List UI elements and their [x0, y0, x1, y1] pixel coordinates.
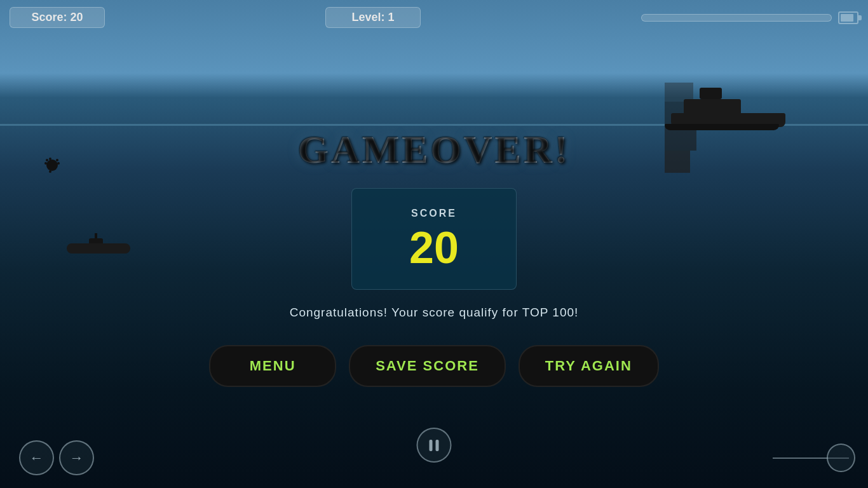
- back-icon: ←: [30, 450, 44, 466]
- pause-button[interactable]: [417, 428, 452, 463]
- forward-icon: →: [70, 450, 84, 466]
- save-score-button[interactable]: SAVE SCORE: [349, 345, 506, 387]
- pause-bar-right: [436, 440, 439, 451]
- navigation-buttons: ← →: [19, 440, 94, 475]
- game-over-title: GAMEOVER!: [298, 127, 571, 172]
- pause-bar-left: [430, 440, 433, 451]
- pause-icon: [430, 440, 439, 451]
- congratulations-text: Congratulations! Your score qualify for …: [290, 306, 579, 320]
- back-button[interactable]: ←: [19, 440, 54, 475]
- action-buttons: MENU SAVE SCORE TRY AGAIN: [209, 345, 659, 387]
- bottom-controls: ← →: [0, 440, 868, 475]
- zoom-knob[interactable]: [827, 444, 855, 472]
- menu-button[interactable]: MENU: [209, 345, 336, 387]
- zoom-line: [773, 458, 849, 459]
- game-over-overlay: GAMEOVER! SCORE 20 Congratulations! Your…: [0, 0, 868, 488]
- score-panel: SCORE 20: [351, 188, 517, 290]
- forward-button[interactable]: →: [59, 440, 94, 475]
- score-number: 20: [377, 226, 491, 270]
- score-section-label: SCORE: [377, 208, 491, 219]
- try-again-button[interactable]: TRY AGAIN: [519, 345, 659, 387]
- zoom-control: [773, 458, 849, 459]
